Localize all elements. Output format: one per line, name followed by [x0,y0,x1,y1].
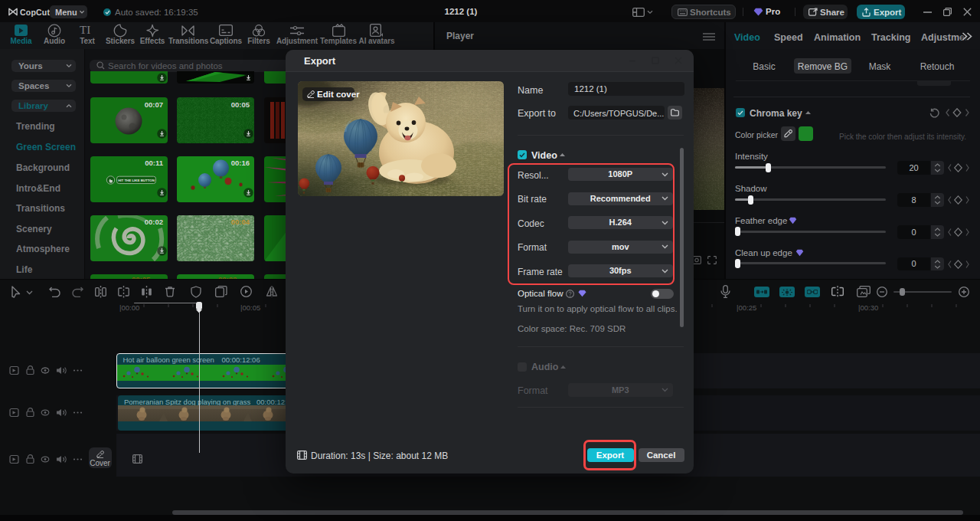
svg-text:HIT THE LIKE BUTTON: HIT THE LIKE BUTTON [118,178,155,182]
